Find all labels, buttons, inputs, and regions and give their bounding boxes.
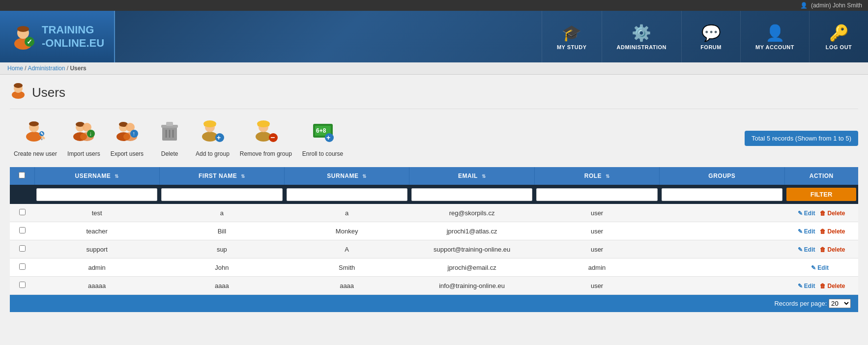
- my-account-icon: 👤: [765, 24, 785, 42]
- groups-filter[interactable]: [662, 188, 782, 201]
- enroll-to-course-icon: 6+8 +: [311, 119, 335, 148]
- firstname-header[interactable]: FIRST NAME ⇅: [159, 167, 284, 185]
- surname-header[interactable]: SURNAME ⇅: [285, 167, 409, 185]
- add-to-group-icon: +: [200, 119, 225, 148]
- cell-role-2: user: [534, 240, 659, 259]
- remove-from-group-icon: −: [254, 119, 278, 148]
- cell-email-1: jprochi1@atlas.cz: [409, 222, 535, 240]
- edit-link-4[interactable]: ✎ Edit: [798, 283, 815, 289]
- cell-username-3: admin: [34, 259, 159, 277]
- records-badge: Total 5 records (Shown from 1 to 5): [745, 131, 858, 146]
- svg-rect-31: [166, 122, 173, 126]
- svg-point-7: [14, 83, 23, 88]
- delete-label: Delete: [161, 150, 178, 157]
- enroll-to-course-button[interactable]: 6+8 + Enroll to course: [298, 116, 347, 160]
- breadcrumb-home[interactable]: Home: [7, 65, 23, 72]
- surname-filter[interactable]: [287, 188, 407, 201]
- create-user-icon: ✎: [23, 119, 48, 148]
- enroll-to-course-label: Enroll to course: [302, 150, 343, 157]
- delete-link-0[interactable]: 🗑 Delete: [820, 210, 845, 217]
- row-checkbox-3[interactable]: [19, 263, 26, 270]
- export-users-button[interactable]: ↑ Export users: [107, 116, 147, 160]
- row-checkbox-1[interactable]: [19, 227, 26, 233]
- cell-action-1: ✎ Edit 🗑 Delete: [784, 222, 858, 240]
- administration-icon: ⚙️: [632, 24, 651, 42]
- logo-area: ✓ TRAINING -ONLINE.EU: [0, 11, 115, 62]
- row-checkbox-2[interactable]: [19, 245, 26, 252]
- row-checkbox-0[interactable]: [19, 209, 26, 215]
- administration-label: ADMINISTRATION: [617, 44, 667, 50]
- add-to-group-button[interactable]: + Add to group: [192, 116, 233, 160]
- nav-administration[interactable]: ⚙️ ADMINISTRATION: [602, 11, 682, 62]
- cell-firstname-2: sup: [159, 240, 284, 259]
- current-user: (admin) John Smith: [811, 2, 862, 9]
- my-account-label: MY ACCOUNT: [755, 44, 794, 50]
- action-header: ACTION: [784, 167, 858, 185]
- log-out-label: LOG OUT: [826, 44, 852, 50]
- create-new-user-button[interactable]: ✎ Create new user: [10, 116, 61, 160]
- svg-point-2: [17, 26, 29, 32]
- table-row: admin John Smith jprochi@email.cz admin …: [10, 259, 858, 277]
- export-users-label: Export users: [111, 150, 144, 157]
- table-footer: Records per page: 10 20 50 100: [10, 295, 858, 312]
- cell-firstname-3: John: [159, 259, 284, 277]
- role-filter[interactable]: [536, 188, 657, 201]
- delete-link-1[interactable]: 🗑 Delete: [820, 228, 845, 235]
- header: ✓ TRAINING -ONLINE.EU 🎓 MY STUDY ⚙️ ADMI…: [0, 11, 868, 62]
- cell-username-0: test: [34, 204, 159, 222]
- cell-surname-0: a: [285, 204, 409, 222]
- cell-role-4: user: [534, 277, 659, 295]
- remove-from-group-button[interactable]: − Remove from group: [236, 116, 296, 160]
- cell-groups-4: [660, 277, 784, 295]
- svg-text:6+8: 6+8: [316, 127, 326, 134]
- import-users-label: Import users: [67, 150, 100, 157]
- svg-rect-39: [204, 124, 216, 126]
- nav-my-account[interactable]: 👤 MY ACCOUNT: [740, 11, 809, 62]
- cell-role-1: user: [534, 222, 659, 240]
- records-per-page-select[interactable]: 10 20 50 100: [829, 299, 851, 308]
- users-icon: [10, 82, 27, 103]
- nav-log-out[interactable]: 🔑 LOG OUT: [809, 11, 868, 62]
- svg-text:+: +: [326, 134, 330, 142]
- my-study-icon: 🎓: [562, 24, 581, 42]
- svg-rect-46: [258, 124, 269, 126]
- cell-email-2: support@training-online.eu: [409, 240, 535, 259]
- table-header-row: USERNAME ⇅ FIRST NAME ⇅ SURNAME ⇅ EMAIL …: [10, 167, 858, 185]
- svg-text:+: +: [217, 134, 221, 142]
- import-users-button[interactable]: ↓ Import users: [63, 116, 104, 160]
- delete-button[interactable]: Delete: [150, 116, 189, 160]
- nav-items: 🎓 MY STUDY ⚙️ ADMINISTRATION 💬 FORUM 👤 M…: [115, 11, 868, 62]
- user-icon: 👤: [800, 2, 808, 9]
- cell-surname-4: aaaa: [285, 277, 409, 295]
- delete-link-4[interactable]: 🗑 Delete: [820, 283, 845, 289]
- delete-link-2[interactable]: 🗑 Delete: [820, 246, 845, 253]
- email-header[interactable]: EMAIL ⇅: [409, 167, 535, 185]
- table-row: support sup A support@training-online.eu…: [10, 240, 858, 259]
- toolbar: ✎ Create new user ↓ Import users: [10, 116, 858, 160]
- edit-link-2[interactable]: ✎ Edit: [798, 246, 815, 253]
- nav-forum[interactable]: 💬 FORUM: [681, 11, 740, 62]
- cell-action-2: ✎ Edit 🗑 Delete: [784, 240, 858, 259]
- my-study-label: MY STUDY: [557, 44, 587, 50]
- row-checkbox-4[interactable]: [19, 282, 26, 288]
- cell-role-0: user: [534, 204, 659, 222]
- breadcrumb-administration[interactable]: Administration: [28, 65, 65, 72]
- username-header[interactable]: USERNAME ⇅: [34, 167, 159, 185]
- role-header[interactable]: ROLE ⇅: [534, 167, 659, 185]
- log-out-icon: 🔑: [829, 24, 849, 42]
- username-filter[interactable]: [36, 188, 157, 201]
- edit-link-0[interactable]: ✎ Edit: [798, 210, 815, 217]
- nav-my-study[interactable]: 🎓 MY STUDY: [542, 11, 602, 62]
- cell-groups-1: [660, 222, 784, 240]
- edit-link-1[interactable]: ✎ Edit: [798, 228, 815, 235]
- select-all-checkbox[interactable]: [19, 172, 25, 178]
- groups-header: GROUPS: [660, 167, 784, 185]
- select-all-header[interactable]: [10, 167, 34, 185]
- svg-point-35: [202, 132, 218, 142]
- cell-username-1: teacher: [34, 222, 159, 240]
- page-title: Users: [32, 85, 65, 100]
- firstname-filter[interactable]: [161, 188, 282, 201]
- email-filter[interactable]: [411, 188, 533, 201]
- filter-button[interactable]: FILTER: [786, 188, 856, 201]
- edit-link-3[interactable]: ✎ Edit: [811, 264, 829, 271]
